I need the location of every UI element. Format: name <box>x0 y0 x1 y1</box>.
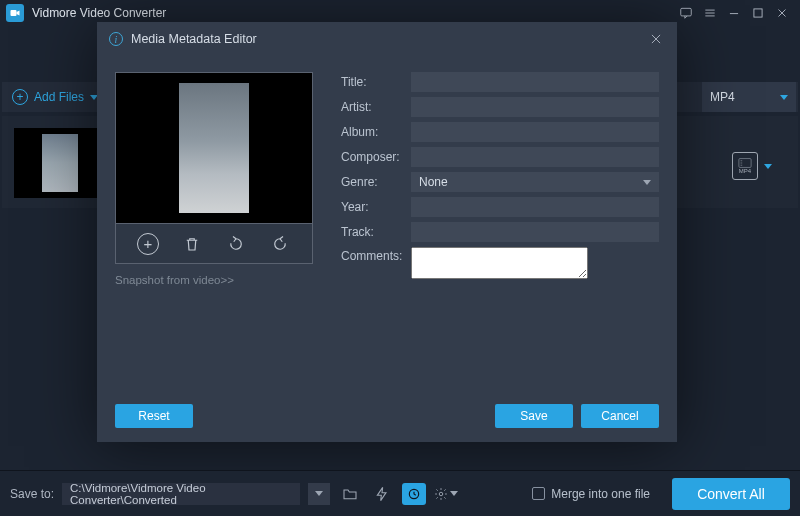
save-button[interactable]: Save <box>495 404 573 428</box>
settings-button[interactable] <box>434 483 458 505</box>
cancel-button[interactable]: Cancel <box>581 404 659 428</box>
close-button[interactable] <box>770 1 794 25</box>
dialog-header: i Media Metadata Editor <box>97 22 677 56</box>
title-label: Title: <box>341 75 401 89</box>
metadata-fields: Title: Artist: Album: Composer: Genre: N… <box>341 72 659 386</box>
genre-select[interactable]: None <box>411 172 659 192</box>
rotate-left-button[interactable] <box>225 233 247 255</box>
title-field[interactable] <box>411 72 659 92</box>
high-speed-on-button[interactable] <box>402 483 426 505</box>
chevron-down-icon <box>450 491 458 496</box>
feedback-icon[interactable] <box>674 1 698 25</box>
dialog-close-button[interactable] <box>647 30 665 48</box>
album-label: Album: <box>341 125 401 139</box>
save-to-label: Save to: <box>10 487 54 501</box>
add-cover-button[interactable]: + <box>137 233 159 255</box>
year-field[interactable] <box>411 197 659 217</box>
menu-icon[interactable] <box>698 1 722 25</box>
item-output-format-select[interactable]: MP4 <box>732 152 772 180</box>
genre-label: Genre: <box>341 175 401 189</box>
delete-cover-button[interactable] <box>181 233 203 255</box>
track-label: Track: <box>341 225 401 239</box>
rotate-right-button[interactable] <box>269 233 291 255</box>
app-title: Vidmore Video Converter <box>32 6 166 20</box>
add-files-button[interactable]: + Add Files <box>12 89 98 105</box>
chevron-down-icon <box>780 95 788 100</box>
chevron-down-icon <box>643 180 651 185</box>
snapshot-from-video-link[interactable]: Snapshot from video>> <box>115 274 313 286</box>
svg-point-5 <box>439 492 443 496</box>
svg-rect-2 <box>754 9 762 17</box>
save-path-text: C:\Vidmore\Vidmore Video Converter\Conve… <box>70 482 292 506</box>
maximize-button[interactable] <box>746 1 770 25</box>
chevron-down-icon <box>764 164 772 169</box>
thumbnail-column: + Snapshot from video>> <box>115 72 313 386</box>
track-field[interactable] <box>411 222 659 242</box>
minimize-button[interactable] <box>722 1 746 25</box>
footer-bar: Save to: C:\Vidmore\Vidmore Video Conver… <box>0 470 800 516</box>
convert-all-button[interactable]: Convert All <box>672 478 790 510</box>
merge-checkbox[interactable]: Merge into one file <box>532 487 650 501</box>
open-folder-button[interactable] <box>338 483 362 505</box>
artist-label: Artist: <box>341 100 401 114</box>
save-path-dropdown[interactable] <box>308 483 330 505</box>
format-file-icon: MP4 <box>732 152 758 180</box>
chevron-down-icon <box>315 491 323 496</box>
output-format-select[interactable]: MP4 <box>702 82 796 112</box>
metadata-editor-dialog: i Media Metadata Editor + Snapshot from … <box>97 22 677 442</box>
dialog-title: Media Metadata Editor <box>131 32 257 46</box>
output-format-label: MP4 <box>710 90 735 104</box>
checkbox-icon <box>532 487 545 500</box>
album-field[interactable] <box>411 122 659 142</box>
year-label: Year: <box>341 200 401 214</box>
genre-value: None <box>419 175 448 189</box>
dialog-footer: Reset Save Cancel <box>115 402 659 430</box>
cover-preview[interactable] <box>115 72 313 224</box>
comments-label: Comments: <box>341 247 401 279</box>
cover-tools: + <box>115 224 313 264</box>
reset-button[interactable]: Reset <box>115 404 193 428</box>
merge-label: Merge into one file <box>551 487 650 501</box>
save-path-field[interactable]: C:\Vidmore\Vidmore Video Converter\Conve… <box>62 483 300 505</box>
app-logo <box>6 4 24 22</box>
svg-rect-1 <box>681 8 692 16</box>
composer-field[interactable] <box>411 147 659 167</box>
composer-label: Composer: <box>341 150 401 164</box>
file-thumbnail[interactable] <box>14 128 106 198</box>
add-files-label: Add Files <box>34 90 84 104</box>
hardware-accel-off-button[interactable] <box>370 483 394 505</box>
info-icon: i <box>109 32 123 46</box>
artist-field[interactable] <box>411 97 659 117</box>
svg-rect-0 <box>11 10 17 16</box>
comments-field[interactable] <box>411 247 588 279</box>
item-format-text: MP4 <box>739 168 751 174</box>
plus-circle-icon: + <box>12 89 28 105</box>
